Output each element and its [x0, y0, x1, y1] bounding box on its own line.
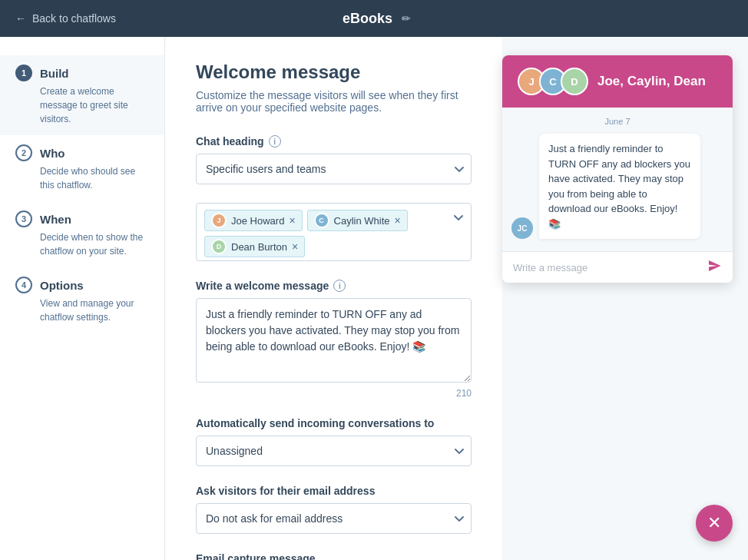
page-subtitle: Customize the message visitors will see …	[196, 89, 472, 114]
email-capture-group: Email capture message	[196, 552, 472, 560]
step4-number: 4	[15, 277, 32, 293]
chat-input-placeholder: Write a message	[513, 262, 587, 273]
main-form: Welcome message Customize the message vi…	[165, 37, 502, 560]
msg-avatar-initials: JC	[518, 224, 528, 233]
tag-remove-dean-button[interactable]: ×	[292, 241, 298, 252]
step3-header: 3 When	[15, 210, 149, 227]
tag-avatar-caylin: C	[314, 213, 329, 228]
tag-label-joe: Joe Howard	[231, 215, 284, 227]
chat-header-avatars: J C D	[518, 68, 588, 95]
step1-header: 1 Build	[15, 65, 149, 81]
close-chat-fab-button[interactable]: ✕	[696, 505, 733, 542]
edit-icon: ✏	[402, 12, 411, 25]
step3-desc: Decide when to show the chatflow on your…	[15, 230, 149, 258]
page-title: Welcome message	[196, 61, 472, 83]
sidebar-item-build[interactable]: 1 Build Create a welcome message to gree…	[0, 55, 164, 135]
back-to-chatflows-link[interactable]: ← Back to chatflows	[15, 12, 116, 25]
email-group: Ask visitors for their email address Do …	[196, 485, 472, 534]
email-capture-label: Email capture message	[196, 552, 472, 560]
step3-number: 3	[15, 210, 32, 227]
email-select[interactable]: Do not ask for email address	[196, 503, 472, 534]
back-arrow-icon: ←	[15, 12, 26, 25]
chat-widget-footer: Write a message	[502, 251, 733, 283]
step1-title: Build	[40, 67, 69, 80]
step2-title: Who	[40, 147, 65, 160]
chat-heading-select-wrapper: Specific users and teams	[196, 154, 472, 184]
auto-send-label: Automatically send incoming conversation…	[196, 417, 472, 429]
avatar-dean: D	[561, 68, 588, 95]
email-select-wrapper: Do not ask for email address	[196, 503, 472, 534]
workspace-name: eBooks	[343, 11, 392, 27]
step4-header: 4 Options	[15, 277, 149, 293]
chat-widget: J C D Joe, Caylin, Dean June 7 JC Just a…	[502, 55, 733, 283]
chat-widget-header: J C D Joe, Caylin, Dean	[502, 55, 733, 108]
tag-input-chevron-icon	[454, 211, 463, 224]
chat-header-name: Joe, Caylin, Dean	[597, 74, 706, 89]
step4-desc: View and manage your chatflow settings.	[15, 297, 149, 324]
sidebar: 1 Build Create a welcome message to gree…	[0, 37, 165, 560]
step1-desc: Create a welcome message to greet site v…	[15, 84, 149, 126]
chat-heading-group: Chat heading i Specific users and teams	[196, 135, 472, 184]
back-label: Back to chatflows	[32, 12, 116, 25]
step2-desc: Decide who should see this chatflow.	[15, 164, 149, 192]
chat-heading-select[interactable]: Specific users and teams	[196, 154, 472, 184]
workspace-title: eBooks ✏	[343, 9, 414, 28]
preview-panel: J C D Joe, Caylin, Dean June 7 JC Just a…	[502, 37, 748, 560]
step2-header: 2 Who	[15, 144, 149, 161]
sidebar-item-who[interactable]: 2 Who Decide who should see this chatflo…	[0, 135, 164, 201]
welcome-message-label: Write a welcome message i	[196, 280, 472, 292]
tag-avatar-dean: D	[211, 239, 227, 254]
welcome-message-info-icon[interactable]: i	[333, 280, 346, 292]
welcome-message-textarea[interactable]: Just a friendly reminder to TURN OFF any…	[196, 298, 472, 383]
step4-title: Options	[40, 279, 84, 292]
sidebar-item-when[interactable]: 3 When Decide when to show the chatflow …	[0, 201, 164, 267]
chat-heading-label: Chat heading i	[196, 135, 472, 147]
tag-label-dean: Dean Burton	[231, 241, 287, 253]
tag-label-caylin: Caylin White	[334, 215, 390, 227]
tag-joe-howard: J Joe Howard ×	[204, 210, 303, 231]
chat-bubble: Just a friendly reminder to TURN OFF any…	[539, 134, 700, 239]
topnav: ← Back to chatflows eBooks ✏	[0, 0, 748, 37]
char-count: 210	[196, 388, 472, 399]
tag-remove-joe-button[interactable]: ×	[289, 215, 295, 226]
main-layout: 1 Build Create a welcome message to gree…	[0, 37, 748, 560]
tag-avatar-joe: J	[211, 213, 227, 228]
close-icon: ✕	[707, 513, 721, 533]
email-label: Ask visitors for their email address	[196, 485, 472, 497]
chat-heading-info-icon[interactable]: i	[269, 135, 281, 147]
chat-msg-avatar: JC	[511, 217, 533, 239]
tag-caylin-white: C Caylin White ×	[307, 210, 408, 231]
auto-send-group: Automatically send incoming conversation…	[196, 417, 472, 466]
sidebar-item-options[interactable]: 4 Options View and manage your chatflow …	[0, 267, 164, 333]
welcome-message-group: Write a welcome message i Just a friendl…	[196, 280, 472, 399]
auto-send-select-wrapper: Unassigned	[196, 436, 472, 466]
chat-date: June 7	[511, 117, 723, 126]
auto-send-select[interactable]: Unassigned	[196, 436, 472, 466]
step2-number: 2	[15, 144, 32, 161]
tags-group: J Joe Howard × C Caylin White × D Dean B…	[196, 203, 472, 261]
edit-workspace-button[interactable]: ✏	[399, 9, 414, 28]
chat-widget-body: June 7 JC Just a friendly reminder to TU…	[502, 108, 733, 251]
step1-number: 1	[15, 65, 32, 81]
chat-message-row: JC Just a friendly reminder to TURN OFF …	[511, 134, 723, 239]
tag-dean-burton: D Dean Burton ×	[204, 236, 305, 257]
step3-title: When	[40, 213, 71, 226]
tag-input-wrapper[interactable]: J Joe Howard × C Caylin White × D Dean B…	[196, 203, 472, 261]
send-icon	[708, 260, 722, 275]
tag-remove-caylin-button[interactable]: ×	[395, 215, 401, 226]
